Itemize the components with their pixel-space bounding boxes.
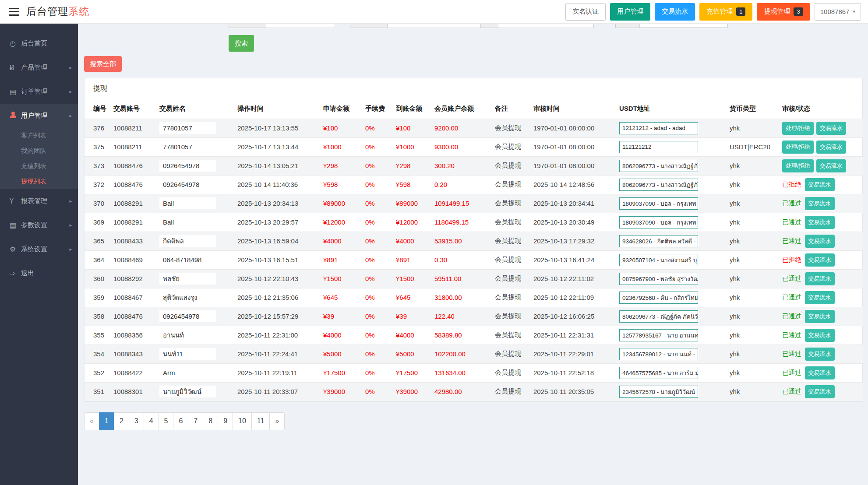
transaction-flow-button[interactable]: 交易流水 (805, 310, 835, 323)
usdt-address-input[interactable]: 1809037090 - บอล - กรุงเทพ (619, 197, 698, 210)
cell-balance: 131634.00 (431, 363, 491, 382)
cell-audit-time: 2025-10-11 22:52:18 (530, 363, 616, 382)
pagination-page-11[interactable]: 11 (251, 412, 270, 430)
sidebar-item-label: 报表管理 (21, 197, 47, 205)
account-dropdown[interactable]: 10087867 ▾ (815, 3, 861, 21)
sidebar-subitem-充值列表[interactable]: 充值列表 (0, 158, 78, 174)
transaction-flow-button[interactable]: 交易流水 (816, 141, 846, 154)
pagination-next[interactable]: » (269, 412, 285, 430)
search-button[interactable]: 搜索 (229, 35, 254, 52)
topbar-button-充值管理[interactable]: 充值管理1 (699, 3, 752, 21)
name-input[interactable]: พลชัย (159, 273, 216, 285)
cell-fee: 0% (362, 363, 392, 382)
pagination-prev[interactable]: « (84, 412, 99, 430)
transaction-flow-button[interactable]: 交易流水 (805, 291, 835, 304)
sidebar-item-产品管理[interactable]: Ƀ产品管理▸ (0, 56, 78, 80)
sidebar-item-参数设置[interactable]: ▤参数设置▸ (0, 213, 78, 237)
usdt-address-input[interactable]: 112121212 (619, 141, 698, 153)
name-input[interactable]: กิตติพล (159, 235, 216, 247)
topbar-button-实名认证[interactable]: 实名认证 (565, 3, 606, 21)
cell-op-time: 2025-10-17 13:13:44 (234, 137, 320, 156)
transaction-flow-button[interactable]: 交易流水 (816, 122, 846, 135)
sidebar-subitem-我的团队[interactable]: 我的团队 (0, 143, 78, 158)
transaction-flow-button[interactable]: 交易流水 (805, 178, 835, 191)
sidebar-item-用户管理[interactable]: 用户管理▸ (0, 104, 78, 128)
table-row: 36410088469064-87184982025-10-13 16:15:5… (85, 250, 863, 269)
sidebar-item-label: 系统设置 (21, 245, 47, 253)
pagination-page-2[interactable]: 2 (114, 412, 129, 430)
transaction-flow-button[interactable]: 交易流水 (805, 329, 835, 342)
sidebar-item-报表管理[interactable]: ¥报表管理▸ (0, 189, 78, 213)
pagination-page-7[interactable]: 7 (188, 412, 203, 430)
name-input[interactable]: 77801057 (159, 141, 216, 153)
topbar-button-用户管理[interactable]: 用户管理 (610, 3, 650, 21)
transaction-flow-button[interactable]: 交易流水 (805, 216, 835, 229)
process-reject-button[interactable]: 处理/拒绝 (782, 141, 814, 154)
cell-id: 351 (85, 382, 110, 401)
usdt-address-input[interactable]: 8062096773 - นางสาวณัฏฐ์ภั (619, 160, 698, 172)
pagination-page-6[interactable]: 6 (173, 412, 188, 430)
usdt-address-input[interactable]: 2345672578 - นายภูมิวิวัฒน์ (619, 386, 698, 398)
topbar-button-交易流水[interactable]: 交易流水 (655, 3, 695, 21)
name-input[interactable]: 0926454978 (159, 310, 216, 322)
transaction-flow-button[interactable]: 交易流水 (805, 366, 835, 380)
process-reject-button[interactable]: 处理/拒绝 (782, 159, 814, 172)
table-row: 36510088433กิตติพล2025-10-13 16:59:04¥40… (85, 232, 863, 250)
usdt-address-input[interactable]: 8062096773 - นางสาวณัฏฐ์ภั (619, 179, 698, 191)
usdt-address-input[interactable]: 1809037090 - บอล - กรุงเทพ (619, 216, 698, 228)
usdt-address-input[interactable]: 8062096773 - ณัฏฐ์ภัค ภัคนิวั (619, 310, 698, 323)
name-input[interactable]: นนท์11 (159, 348, 216, 360)
transaction-flow-button[interactable]: 交易流水 (805, 235, 835, 248)
pagination-page-4[interactable]: 4 (144, 412, 159, 430)
usdt-address-input[interactable]: 9320507104 - นางสงวนศรี บุ (619, 254, 698, 266)
usdt-address-input[interactable]: 12121212 - adad - adad (619, 122, 698, 134)
topbar-button-提现管理[interactable]: 提现管理3 (757, 3, 810, 21)
pagination-page-8[interactable]: 8 (203, 412, 218, 430)
usdt-address-input[interactable]: 125778935167 - นาย อานนท (619, 329, 698, 341)
sidebar-item-订单管理[interactable]: ▤订单管理▸ (0, 80, 78, 104)
cell-id: 375 (85, 137, 110, 156)
name-input[interactable]: อานนท์ (159, 329, 216, 341)
name-input[interactable]: Ball (159, 197, 216, 209)
cell-remark: 会员提现 (491, 175, 530, 194)
name-input[interactable]: Ball (159, 216, 216, 228)
transaction-flow-button[interactable]: 交易流水 (805, 197, 835, 210)
transaction-flow-button[interactable]: 交易流水 (816, 159, 846, 172)
name-input[interactable]: 0926454978 (159, 160, 216, 172)
name-input[interactable]: นายภูมิวิวัฒน์ (159, 386, 216, 397)
sidebar-subitem-提现列表[interactable]: 提现列表 (0, 174, 78, 189)
usdt-address-input[interactable]: 0236792568 - ต้น - กสิกรไทย (619, 292, 698, 304)
table-row: 35910088467สุติวัดแสงรุง2025-10-12 21:35… (85, 288, 863, 307)
name-input[interactable]: Arm (159, 367, 216, 379)
cell-id: 372 (85, 175, 110, 194)
name-input[interactable]: สุติวัดแสงรุง (159, 292, 216, 303)
usdt-address-input[interactable]: 464657575685 - นาย อาร์ม ม (619, 367, 698, 379)
cell-amount: ¥4000 (320, 326, 362, 344)
pagination-page-1[interactable]: 1 (99, 412, 114, 430)
cell-usdt-address: 934628026 - กิตติพล สวัสดี - (616, 232, 726, 250)
transaction-flow-button[interactable]: 交易流水 (805, 272, 835, 285)
process-reject-button[interactable]: 处理/拒绝 (782, 122, 814, 135)
usdt-address-input[interactable]: 934628026 - กิตติพล สวัสดี - (619, 235, 698, 247)
pagination-page-5[interactable]: 5 (159, 412, 174, 430)
transaction-flow-button[interactable]: 交易流水 (805, 253, 835, 267)
name-input[interactable]: 0926454978 (159, 179, 216, 190)
transaction-flow-button[interactable]: 交易流水 (805, 348, 835, 361)
pagination-page-9[interactable]: 9 (218, 412, 233, 430)
name-input[interactable]: 064-8718498 (159, 254, 216, 266)
cell-amount: ¥1000 (320, 137, 362, 156)
sidebar-item-退出[interactable]: ⇨退出 (0, 261, 78, 285)
pagination-page-3[interactable]: 3 (129, 412, 144, 430)
search-all-button[interactable]: 搜索全部 (84, 56, 122, 72)
sidebar-item-系统设置[interactable]: ⚙系统设置▸ (0, 237, 78, 261)
transaction-flow-button[interactable]: 交易流水 (805, 385, 835, 398)
sidebar-item-后台首页[interactable]: ◷后台首页 (0, 32, 78, 56)
hamburger-menu-icon[interactable] (9, 8, 19, 16)
usdt-address-input[interactable]: 123456789012 - นาย นนท์ - (619, 348, 698, 360)
name-input[interactable]: 77801057 (159, 122, 216, 134)
column-header-手续费: 手续费 (362, 99, 392, 119)
usdt-address-input[interactable]: 0875967900 - พลชัย สุรางวัฒ (619, 273, 698, 285)
pagination-page-10[interactable]: 10 (233, 412, 252, 430)
sidebar-subitem-客户列表[interactable]: 客户列表 (0, 128, 78, 143)
cell-audit-time: 2025-10-13 20:34:41 (530, 194, 616, 213)
